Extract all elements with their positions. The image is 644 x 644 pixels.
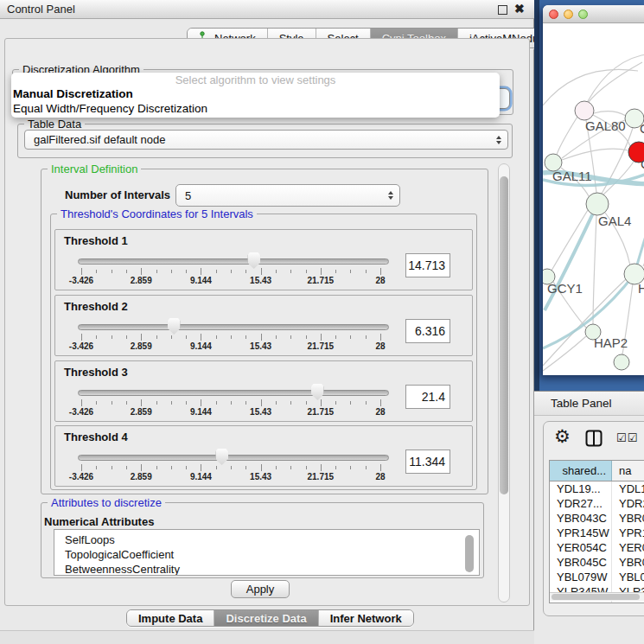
bottom-strip: [0, 630, 534, 644]
float-window-icon[interactable]: [498, 5, 507, 15]
slider-thumb[interactable]: [247, 252, 260, 269]
minimize-traffic-light[interactable]: [564, 10, 573, 19]
table-row[interactable]: YBR043CYBR0: [550, 511, 644, 526]
cell[interactable]: YER054C: [550, 540, 612, 555]
tab-impute-data[interactable]: Impute Data: [127, 610, 214, 626]
tick-label: 9.144: [190, 276, 212, 285]
select-columns-checkboxes-icon[interactable]: ☑☑: [616, 431, 638, 444]
close-traffic-light[interactable]: [549, 10, 558, 19]
network-node-gal4[interactable]: [586, 193, 609, 215]
list-item[interactable]: TopologicalCoefficient: [54, 547, 479, 562]
group-title: Attributes to discretize: [48, 496, 165, 509]
cell[interactable]: YDL19...: [550, 481, 612, 496]
column-header-name[interactable]: na: [612, 461, 644, 481]
table-row[interactable]: YPR145WYPR1: [550, 526, 644, 540]
table-row[interactable]: YDR27...YDR2: [550, 496, 644, 511]
popup-option-equal-width-frequency[interactable]: Equal Width/Frequency Discretization: [11, 101, 500, 116]
cell[interactable]: YBR043C: [550, 511, 612, 526]
tick-label: 21.715: [308, 407, 335, 417]
threshold-value-field[interactable]: 14.713: [405, 253, 450, 277]
threshold-value-field[interactable]: 6.316: [405, 319, 450, 343]
content-vertical-scrollbar[interactable]: [498, 163, 510, 603]
scrollbar-thumb[interactable]: [500, 176, 508, 494]
cell[interactable]: YPR1: [612, 526, 644, 540]
tick-label: -3.426: [69, 341, 93, 351]
table-row[interactable]: YDL19...YDL1: [550, 481, 644, 496]
node-label: GAL4: [598, 214, 631, 228]
list-item[interactable]: SelfLoops: [54, 530, 479, 547]
table-row[interactable]: YBR045CYBR0: [550, 555, 644, 570]
slider-thumb[interactable]: [215, 449, 228, 465]
tick-label: -3.426: [69, 276, 93, 285]
network-canvas[interactable]: GAL80 G C GAL11 GAL4 GCY1 H HAP2: [543, 23, 644, 375]
numerical-attributes-label: Numerical Attributes: [44, 515, 154, 528]
threshold-2-panel: Threshold 2 -3.426 2.859 9.144 15.43 21.…: [54, 295, 473, 356]
cell[interactable]: YDL1: [612, 481, 644, 496]
cell[interactable]: YDR2: [612, 496, 644, 511]
tick-label: -3.426: [69, 472, 93, 481]
bottom-tab-bar: Impute Data Discretize Data Infer Networ…: [126, 609, 414, 627]
group-title: Table Data: [24, 118, 85, 131]
network-window-titlebar[interactable]: [543, 5, 644, 23]
panel-title: Control Panel: [7, 3, 75, 16]
tab-label: Impute Data: [138, 612, 202, 625]
tick-label: 21.715: [308, 276, 335, 285]
threshold-3-panel: Threshold 3 -3.426 2.859 9.144 15.43 21.…: [54, 360, 473, 422]
tick-label: 9.144: [190, 472, 212, 481]
tab-label: Discretize Data: [226, 612, 306, 625]
number-of-intervals-combo[interactable]: 5: [175, 184, 400, 207]
slider-thumb[interactable]: [311, 384, 324, 400]
stepper-icon: [496, 136, 501, 144]
slider-tickmarks: [81, 334, 380, 341]
table-panel-title: Table Panel: [551, 397, 612, 410]
column-header-shared-name[interactable]: shared...: [550, 461, 612, 481]
algorithm-dropdown-popup: Select algorithm to view settings Manual…: [11, 73, 500, 118]
table-horizontal-scrollbar[interactable]: [550, 592, 644, 601]
tick-label: 2.859: [131, 341, 152, 351]
list-item[interactable]: BetweennessCentrality: [54, 562, 479, 576]
threshold-4-panel: Threshold 4 -3.426 2.859 9.144 15.43 21.…: [54, 425, 473, 487]
table-header-row: shared... na: [550, 461, 644, 481]
tab-discretize-data[interactable]: Discretize Data: [214, 610, 318, 626]
apply-button[interactable]: Apply: [231, 580, 290, 598]
close-icon[interactable]: ✖: [514, 2, 525, 16]
tick-label: 21.715: [308, 341, 335, 351]
threshold-1-panel: Threshold 1 -3.426 2.859 9.144 15.43 21.…: [54, 229, 473, 290]
gear-icon[interactable]: ⚙: [554, 426, 571, 447]
table-row[interactable]: YER054CYER0: [550, 540, 644, 555]
table-panel-titlebar: Table Panel: [534, 391, 644, 416]
tick-label: 2.859: [131, 407, 152, 417]
group-title: Interval Definition: [48, 163, 141, 175]
cell[interactable]: YER0: [612, 540, 644, 555]
cell[interactable]: YPR145W: [550, 526, 612, 540]
zoom-traffic-light[interactable]: [578, 10, 588, 19]
cell[interactable]: YBR0: [612, 511, 644, 526]
tick-label: 15.43: [250, 472, 271, 481]
list-scrollbar-thumb[interactable]: [465, 535, 474, 572]
network-node-gal80[interactable]: [575, 101, 594, 120]
node-label: H: [638, 281, 644, 296]
node-label: C: [641, 156, 644, 171]
node-label: G: [640, 121, 644, 136]
cell[interactable]: YBL079W: [550, 570, 612, 584]
network-graph: GAL80 G C GAL11 GAL4 GCY1 H HAP2: [543, 23, 644, 375]
threshold-value-field[interactable]: 11.344: [405, 450, 450, 474]
table-data-combo[interactable]: galFiltered.sif default node: [24, 130, 508, 150]
numerical-attributes-list[interactable]: SelfLoops TopologicalCoefficient Between…: [54, 529, 480, 576]
tick-label: 15.43: [250, 407, 271, 417]
network-view-window: GAL80 G C GAL11 GAL4 GCY1 H HAP2: [543, 5, 644, 375]
slider-thumb[interactable]: [168, 318, 181, 335]
cell[interactable]: YBL0: [612, 570, 644, 584]
cell[interactable]: YBR0: [612, 555, 644, 570]
node-label: HAP2: [594, 335, 628, 350]
cell[interactable]: YBR045C: [550, 555, 612, 570]
tab-infer-network[interactable]: Infer Network: [319, 610, 413, 626]
popup-option-manual-discretization[interactable]: Manual Discretization: [11, 86, 500, 101]
network-node-bottom[interactable]: [614, 354, 629, 370]
scrollbar-thumb[interactable]: [552, 594, 640, 600]
table-row[interactable]: YBL079WYBL0: [550, 570, 644, 584]
cell[interactable]: YDR27...: [550, 496, 612, 511]
columns-icon[interactable]: [585, 430, 603, 450]
threshold-value-field[interactable]: 21.4: [405, 385, 450, 409]
slider-tickmarks: [81, 268, 380, 276]
